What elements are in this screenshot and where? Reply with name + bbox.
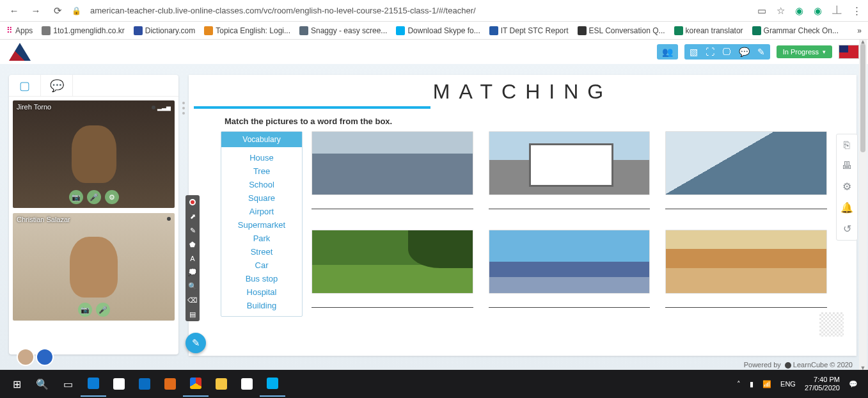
language-indicator[interactable]: ENG [780, 380, 796, 388]
ext-icon-1[interactable]: ◉ [795, 5, 803, 17]
favicon-icon [204, 26, 213, 35]
mic-toggle-icon[interactable]: 🎤 [87, 190, 101, 204]
forward-button[interactable]: → [28, 3, 43, 19]
vocab-item: Park [223, 232, 301, 245]
bookmark-item[interactable]: Topica English: Logi... [204, 26, 290, 35]
battery-icon[interactable]: ▮ [750, 380, 754, 388]
notifications-icon[interactable]: 💬 [849, 380, 858, 388]
vocab-item: Square [223, 191, 301, 205]
scroll-thumb[interactable] [860, 44, 865, 152]
bookmark-item[interactable]: korean translator [674, 26, 743, 35]
answer-line[interactable] [312, 295, 473, 308]
right-tool-rail: ⎘ 🖶 ⚙ 🔔 ↺ [836, 134, 858, 241]
favicon-icon [396, 26, 405, 35]
record-button[interactable] [189, 199, 196, 205]
menu-icon[interactable]: ⋮ [852, 5, 862, 17]
whiteboard-toolbar: ⬈ ✎ ⬟ A 💭 🔍 ⌫ ▤ [185, 195, 200, 321]
bookmark-item[interactable]: Dictionary.com [134, 26, 195, 35]
match-card [312, 131, 473, 218]
favicon-icon [134, 26, 143, 35]
chat-tool-icon[interactable]: 💭 [188, 268, 197, 276]
camera-off-icon[interactable]: ▧ [690, 47, 698, 57]
reload-button[interactable]: ⟳ [50, 3, 65, 19]
mic-toggle-icon[interactable]: 🎤 [96, 303, 110, 317]
add-page-icon[interactable]: ⎘ [844, 139, 850, 151]
bookmark-item[interactable]: Grammar Check On... [752, 26, 839, 35]
shapes-tool-icon[interactable]: ⬟ [189, 241, 196, 249]
pointer-tool-icon[interactable]: ⬈ [190, 212, 196, 221]
participant-video[interactable]: Christian Salazar 📷 🎤 [13, 213, 175, 321]
ext-icon-2[interactable]: ◉ [814, 5, 822, 17]
flag-us-icon [839, 45, 859, 59]
taskbar-app-cloud[interactable] [234, 371, 260, 397]
profile-icon[interactable]: 丄 [832, 4, 842, 17]
video-toggle-icon[interactable]: 📷 [69, 190, 83, 204]
avatar[interactable] [17, 348, 35, 366]
participant-name: Jireh Torno [17, 103, 51, 111]
vocab-item: House [223, 151, 301, 164]
edit-icon[interactable]: ✎ [757, 47, 765, 57]
settings-icon[interactable]: ⚙ [842, 180, 851, 193]
history-icon[interactable]: ↺ [843, 223, 851, 235]
tray-expand-icon[interactable]: ˄ [737, 380, 741, 388]
vocab-item: School [223, 178, 301, 191]
wifi-icon[interactable]: 📶 [762, 380, 771, 388]
bell-icon[interactable]: 🔔 [840, 202, 853, 214]
eraser-tool-icon[interactable]: ⌫ [187, 296, 198, 305]
taskbar-app-explorer[interactable] [209, 371, 234, 397]
bookmark-item[interactable]: ESL Conversation Q... [578, 26, 665, 35]
pen-tool-icon[interactable]: ✎ [190, 227, 196, 235]
taskbar-app-edge[interactable] [81, 371, 106, 397]
answer-line[interactable] [665, 196, 827, 209]
participants-button[interactable]: 👥 [657, 44, 678, 60]
bookmarks-overflow[interactable]: » [857, 26, 862, 35]
video-toggle-icon[interactable]: 📷 [78, 303, 92, 317]
url-text[interactable]: american-teacher-club.live-online-classe… [88, 6, 751, 15]
print-icon[interactable]: 🖶 [842, 160, 852, 171]
text-tool-icon[interactable]: A [190, 255, 194, 262]
chat-icon[interactable]: 💬 [739, 47, 750, 57]
vocab-list: House Tree School Square Airport Superma… [221, 147, 302, 316]
taskbar-app-chrome[interactable] [183, 371, 209, 397]
screen-share-icon[interactable]: 🖵 [722, 47, 731, 57]
page-scrollbar[interactable]: ▲ ▼ [859, 40, 867, 370]
bookmark-item[interactable]: 1to1.gmenglidh.co.kr [42, 26, 124, 35]
status-dropdown[interactable]: In Progress ▾ [777, 45, 832, 58]
start-button[interactable]: ⊞ [4, 371, 29, 397]
apps-shortcut[interactable]: ⠿ Apps [6, 26, 33, 35]
avatar[interactable] [36, 348, 54, 366]
vocab-item: Car [223, 259, 301, 272]
fullscreen-icon[interactable]: ⛶ [706, 47, 714, 57]
clock[interactable]: 7:40 PM 27/05/2020 [805, 376, 840, 392]
apps-grid-icon: ⠿ [6, 26, 13, 35]
qr-code [819, 312, 844, 337]
answer-line[interactable] [489, 295, 651, 308]
pen-fab-button[interactable]: ✎ [185, 333, 206, 353]
cast-icon[interactable]: ▭ [757, 5, 766, 17]
answer-line[interactable] [665, 295, 827, 308]
taskbar-app-store[interactable] [106, 371, 132, 397]
back-button[interactable]: ← [6, 3, 22, 19]
match-card [489, 230, 651, 317]
chat-tab[interactable]: 💬 [41, 75, 73, 96]
vocab-box: Vocabulary House Tree School Square Airp… [221, 131, 303, 317]
bookmark-item[interactable]: IT Dept STC Report [489, 26, 569, 35]
picture-busstop [489, 131, 651, 195]
more-icon[interactable]: ⚙ [105, 190, 119, 204]
taskbar-app-mail[interactable] [132, 371, 157, 397]
bookmark-item[interactable]: Download Skype fo... [396, 26, 480, 35]
participant-video[interactable]: Jireh Torno ▂▃▅ 📷 🎤 ⚙ [13, 100, 175, 208]
vocab-item: Bus stop [223, 272, 301, 285]
vocab-header: Vocabulary [221, 132, 302, 147]
video-tab[interactable]: ▢ [9, 75, 41, 96]
search-button[interactable]: 🔍 [29, 371, 55, 397]
zoom-tool-icon[interactable]: 🔍 [188, 282, 197, 291]
answer-line[interactable] [312, 196, 473, 209]
bookmark-item[interactable]: Snaggy - easy scree... [299, 26, 387, 35]
answer-line[interactable] [489, 196, 651, 209]
taskbar-app-skype[interactable] [260, 371, 285, 397]
task-view-button[interactable]: ▭ [55, 371, 81, 397]
taskbar-app-firefox[interactable] [157, 371, 183, 397]
bookmark-star-icon[interactable]: ☆ [777, 5, 785, 17]
page-tool-icon[interactable]: ▤ [189, 310, 196, 319]
